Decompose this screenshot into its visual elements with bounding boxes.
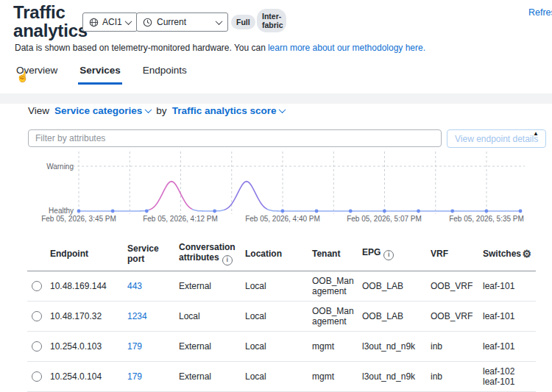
info-icon[interactable]: i (222, 255, 233, 266)
cell-tenant: mgmt (312, 341, 362, 352)
cell-location: Local (245, 341, 312, 352)
row-radio[interactable] (32, 341, 42, 352)
view-label: View (28, 105, 49, 116)
by-label: by (156, 105, 166, 116)
chart-xtick: Feb 05, 2026, 5:35 PM (439, 215, 534, 223)
cell-location: Local (245, 281, 312, 291)
cell-switches: leaf-102 leaf-101 (483, 366, 536, 387)
view-endpoint-details-button[interactable]: View endpoint details (447, 129, 546, 148)
chart-xtick: Feb 05, 2026, 3:45 PM (31, 215, 127, 223)
cell-endpoint: 10.48.170.32 (50, 311, 127, 321)
service-port-link[interactable]: 179 (127, 371, 142, 382)
cell-conversation-attributes: Local (179, 311, 245, 321)
methodology-link[interactable]: learn more about our methodology here. (268, 43, 425, 53)
cell-vrf: inb (431, 371, 483, 382)
table-row[interactable]: 10.254.0.104 179 External Local mgmt l3o… (27, 362, 536, 392)
info-icon[interactable]: i (383, 250, 394, 260)
tab-services[interactable]: Services (78, 63, 122, 85)
chart-xtick: Feb 05, 2026, 4:12 PM (132, 215, 228, 223)
refresh-link[interactable]: Refresh (528, 7, 552, 18)
table-row[interactable]: 10.48.169.144 443 External Local OOB_Man… (27, 271, 536, 302)
cell-vrf: inb (431, 341, 483, 352)
chart-xtick: Feb 05, 2026, 5:07 PM (336, 215, 432, 223)
view-category-value: Service categories (54, 105, 142, 116)
service-port-link[interactable]: 1234 (127, 311, 147, 321)
clock-icon (143, 18, 152, 27)
service-port-link[interactable]: 179 (127, 341, 142, 352)
chevron-down-icon (216, 18, 223, 25)
cell-switches: leaf-101 (483, 311, 536, 321)
header-vrf: VRF (431, 249, 483, 259)
service-port-link[interactable]: 443 (127, 281, 142, 291)
chevron-down-icon (124, 18, 132, 25)
cell-tenant: OOB_Management (312, 276, 362, 296)
chevron-down-icon (145, 106, 152, 113)
cell-switches: leaf-101 (483, 281, 536, 291)
header-tenant: Tenant (312, 249, 362, 259)
view-controls: View Service categories by Traffic analy… (28, 105, 285, 116)
cell-location: Local (245, 371, 312, 382)
cell-conversation-attributes: External (179, 371, 245, 382)
cell-vrf: OOB_VRF (431, 311, 483, 321)
row-radio[interactable] (32, 311, 42, 321)
table-header-row: Endpoint Service port Conversation attri… (27, 237, 536, 271)
row-radio[interactable] (32, 281, 42, 291)
cell-location: Local (245, 311, 312, 321)
inter-fabric-badge: Inter-fabric (257, 9, 286, 32)
cell-endpoint: 10.254.0.104 (50, 371, 127, 382)
full-telemetry-badge: Full (231, 15, 255, 29)
cell-tenant: OOB_Management (312, 306, 362, 327)
cell-vrf: OOB_VRF (431, 281, 483, 291)
globe-icon (89, 18, 99, 27)
cell-epg: l3out_nd_n9k (362, 371, 431, 382)
subtitle-text: Data is shown based on telemetry-monitor… (15, 43, 266, 53)
fabric-selector-value: ACI1 (102, 17, 122, 27)
scrollbar-up-icon[interactable]: ▲ (533, 131, 539, 137)
section-divider (0, 93, 552, 104)
cell-endpoint: 10.254.0.103 (50, 341, 127, 352)
row-radio[interactable] (32, 371, 42, 382)
table-row[interactable]: 10.254.0.103 179 External Local mgmt l3o… (27, 332, 536, 362)
time-range-value: Current (157, 17, 186, 27)
header-conversation-attributes: Conversation attributesi (179, 242, 245, 266)
cell-epg: OOB_LAB (362, 281, 431, 291)
by-metric-value: Traffic analytics score (172, 105, 277, 116)
endpoints-table: Endpoint Service port Conversation attri… (27, 237, 536, 392)
gear-icon[interactable]: ⚙ (522, 249, 531, 259)
chevron-down-icon (279, 106, 286, 113)
header-endpoint: Endpoint (50, 249, 127, 259)
fabric-selector[interactable]: ACI1 (82, 13, 138, 32)
cell-epg: l3out_nd_n9k (362, 341, 431, 352)
traffic-score-chart (26, 147, 534, 218)
mouse-cursor-icon: ☝ (16, 71, 29, 82)
cell-endpoint: 10.48.169.144 (50, 281, 127, 291)
tab-bar: Overview Services Endpoints (15, 63, 188, 85)
filter-input[interactable] (28, 129, 442, 147)
by-metric-select[interactable]: Traffic analytics score (172, 105, 286, 116)
cell-tenant: mgmt (312, 371, 362, 382)
view-category-select[interactable]: Service categories (54, 105, 151, 116)
traffic-analytics-page: Traffic analytics ACI1 Current Full Inte… (0, 0, 552, 392)
cell-conversation-attributes: External (179, 341, 245, 352)
header-service-port: Service port (127, 243, 179, 264)
cell-switches: leaf-101 (483, 341, 536, 352)
header-location: Location (245, 249, 312, 259)
header-switches: Switches⚙ (483, 249, 536, 259)
time-range-selector[interactable]: Current (136, 13, 228, 32)
subtitle: Data is shown based on telemetry-monitor… (15, 43, 425, 53)
header-epg: EPGi (362, 247, 431, 260)
table-row[interactable]: 10.48.170.32 1234 Local Local OOB_Manage… (27, 302, 536, 332)
tab-endpoints[interactable]: Endpoints (141, 63, 188, 85)
cell-conversation-attributes: External (179, 281, 245, 291)
cell-epg: OOB_LAB (362, 311, 431, 321)
chart-xtick: Feb 05, 2026, 4:40 PM (235, 215, 330, 223)
